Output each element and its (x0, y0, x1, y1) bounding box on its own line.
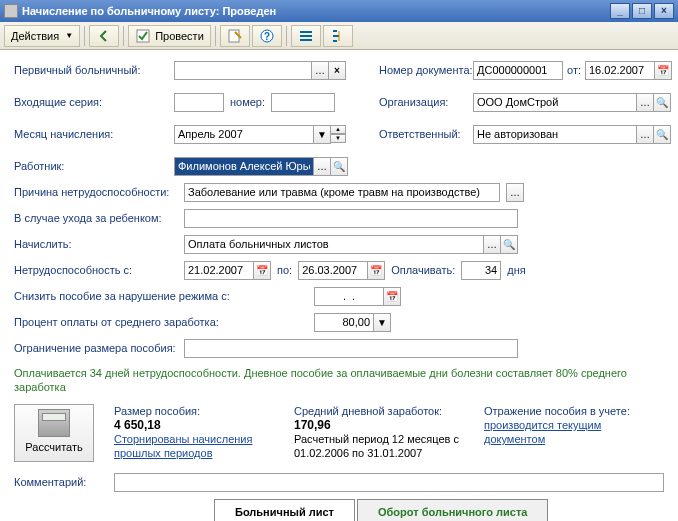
accrue-input[interactable] (184, 235, 484, 254)
reflection-block: Отражение пособия в учете: производится … (484, 404, 634, 462)
select-button[interactable]: … (313, 157, 331, 176)
tab1-title: Больничный лист (235, 506, 334, 518)
incoming-series-label: Входящие серия: (14, 96, 174, 108)
select-button[interactable]: … (483, 235, 501, 254)
benefit-limit-label: Ограничение размера пособия: (14, 342, 184, 354)
lookup-button[interactable]: 🔍 (330, 157, 348, 176)
avg-daily-block: Средний дневной заработок: 170,96 Расчет… (294, 404, 464, 462)
benefit-limit-input[interactable] (184, 339, 518, 358)
accrual-month-input[interactable] (174, 125, 314, 144)
toolbar-button-4[interactable] (323, 25, 353, 47)
pay-for-label: Оплачивать: (391, 264, 455, 276)
benefit-size-label: Размер пособия: (114, 404, 274, 418)
incoming-series-input[interactable] (174, 93, 224, 112)
date-picker-button[interactable]: 📅 (383, 287, 401, 306)
conduct-label: Провести (155, 30, 204, 42)
reduce-from-input[interactable] (314, 287, 384, 306)
date-picker-button[interactable]: 📅 (253, 261, 271, 280)
tab-sick-leave-reverse[interactable]: Оборот больничного листа Расчет, отражен… (357, 499, 548, 521)
doc-number-input[interactable] (473, 61, 563, 80)
number-label: номер: (230, 96, 265, 108)
help-button[interactable]: ? (252, 25, 282, 47)
benefit-size-value: 4 650,18 (114, 418, 274, 432)
close-button[interactable]: × (654, 3, 674, 19)
tab-sick-leave[interactable]: Больничный лист Время, показатели (214, 499, 355, 521)
window-titlebar: Начисление по больничному листу: Проведе… (0, 0, 678, 22)
spin-up[interactable]: ▲ (330, 125, 346, 134)
employee-input[interactable] (174, 157, 314, 176)
window-title: Начисление по больничному листу: Проведе… (22, 5, 610, 17)
toolbar-separator (123, 26, 124, 46)
days-label: дня (507, 264, 525, 276)
actions-menu[interactable]: Действия ▼ (4, 25, 80, 47)
comment-label: Комментарий: (14, 476, 114, 488)
primary-sick-input[interactable] (174, 61, 312, 80)
month-spinner[interactable]: ▲ ▼ (330, 125, 346, 143)
disability-reason-label: Причина нетрудоспособности: (14, 186, 184, 198)
spin-down[interactable]: ▼ (330, 134, 346, 143)
select-button[interactable]: … (636, 125, 654, 144)
toolbar-button-3[interactable] (291, 25, 321, 47)
avg-daily-label: Средний дневной заработок: (294, 404, 464, 418)
date-to-input[interactable] (298, 261, 368, 280)
reversed-link[interactable]: Сторнированы начисления прошлых периодов (114, 432, 274, 460)
tab-bar: Больничный лист Время, показатели Оборот… (14, 498, 664, 521)
toolbar-back-button[interactable] (89, 25, 119, 47)
actions-label: Действия (11, 30, 59, 42)
conduct-button[interactable]: Провести (128, 25, 211, 47)
disability-reason-input[interactable] (184, 183, 500, 202)
days-count-input[interactable] (461, 261, 501, 280)
calculate-button[interactable]: Рассчитать (14, 404, 94, 462)
avg-daily-value: 170,96 (294, 418, 464, 432)
app-icon (4, 4, 18, 18)
child-care-input[interactable] (184, 209, 518, 228)
calculate-label: Рассчитать (15, 441, 93, 453)
doc-number-label: Номер документа: (379, 64, 473, 76)
select-button[interactable]: … (311, 61, 329, 80)
help-icon: ? (259, 28, 275, 44)
dropdown-button[interactable]: ▼ (313, 125, 331, 144)
select-button[interactable]: … (506, 183, 524, 202)
svg-rect-1 (229, 30, 239, 42)
lookup-button[interactable]: 🔍 (653, 125, 671, 144)
dropdown-button[interactable]: ▼ (373, 313, 391, 332)
minimize-button[interactable]: _ (610, 3, 630, 19)
organization-label: Организация: (379, 96, 473, 108)
clear-button[interactable]: × (328, 61, 346, 80)
child-care-label: В случае ухода за ребенком: (14, 212, 184, 224)
accrual-month-label: Месяц начисления: (14, 128, 174, 140)
tree-icon (330, 28, 346, 44)
lookup-button[interactable]: 🔍 (500, 235, 518, 254)
from-date-label: от: (567, 64, 581, 76)
reflection-link[interactable]: производится текущим документом (484, 418, 634, 446)
toolbar-separator (84, 26, 85, 46)
maximize-button[interactable]: □ (632, 3, 652, 19)
date-from-input[interactable] (184, 261, 254, 280)
responsible-label: Ответственный: (379, 128, 473, 140)
calc-period-text: Расчетный период 12 месяцев с 01.02.2006… (294, 432, 464, 460)
comment-input[interactable] (114, 473, 664, 492)
lookup-button[interactable]: 🔍 (653, 93, 671, 112)
arrow-left-icon (96, 28, 112, 44)
select-button[interactable]: … (636, 93, 654, 112)
doc-date-input[interactable] (585, 61, 655, 80)
calculation-section: Рассчитать Размер пособия: 4 650,18 Стор… (14, 404, 664, 462)
disability-from-label: Нетрудоспособность с: (14, 264, 184, 276)
toolbar-separator (215, 26, 216, 46)
toolbar-button-1[interactable] (220, 25, 250, 47)
employee-label: Работник: (14, 160, 174, 172)
toolbar-separator (286, 26, 287, 46)
to-label: по: (277, 264, 292, 276)
percent-pay-label: Процент оплаты от среднего заработка: (14, 316, 314, 328)
date-picker-button[interactable]: 📅 (367, 261, 385, 280)
document-edit-icon (227, 28, 243, 44)
date-picker-button[interactable]: 📅 (654, 61, 672, 80)
benefit-size-block: Размер пособия: 4 650,18 Сторнированы на… (114, 404, 274, 462)
responsible-input[interactable] (473, 125, 637, 144)
incoming-number-input[interactable] (271, 93, 335, 112)
calculator-icon (38, 409, 70, 437)
conduct-icon (135, 28, 151, 44)
percent-input[interactable] (314, 313, 374, 332)
toolbar: Действия ▼ Провести ? (0, 22, 678, 50)
organization-input[interactable] (473, 93, 637, 112)
